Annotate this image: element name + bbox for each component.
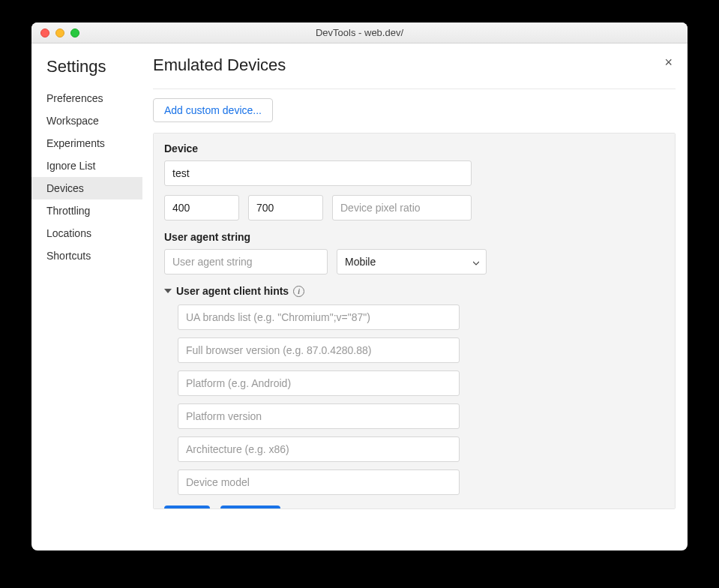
- sidebar-item-locations[interactable]: Locations: [43, 222, 141, 244]
- settings-content: × Settings Preferences Workspace Experim…: [31, 44, 688, 550]
- client-hints-toggle[interactable]: User agent client hints i: [164, 285, 661, 297]
- settings-main: Emulated Devices Add custom device... De…: [141, 56, 676, 550]
- settings-sidebar: Settings Preferences Workspace Experimen…: [43, 56, 141, 550]
- device-section-label: Device: [164, 142, 661, 154]
- window-close-button[interactable]: [40, 28, 49, 38]
- platform-input[interactable]: [178, 370, 460, 396]
- sidebar-item-workspace[interactable]: Workspace: [43, 110, 141, 132]
- window-title: DevTools - web.dev/: [31, 27, 688, 38]
- traffic-lights: [40, 28, 79, 38]
- user-agent-input[interactable]: [164, 249, 328, 274]
- platform-version-input[interactable]: [178, 404, 460, 429]
- device-editor-panel: Device User agent string Mobile: [153, 133, 676, 509]
- add-button[interactable]: Add: [164, 506, 210, 509]
- sidebar-item-throttling[interactable]: Throttling: [43, 200, 141, 222]
- window-zoom-button[interactable]: [70, 28, 79, 38]
- user-agent-type-select[interactable]: Mobile: [337, 249, 487, 274]
- sidebar-item-experiments[interactable]: Experiments: [43, 132, 141, 154]
- client-hints-fields: [164, 304, 460, 495]
- ua-brands-input[interactable]: [178, 304, 460, 330]
- sidebar-item-shortcuts[interactable]: Shortcuts: [43, 244, 141, 267]
- info-icon[interactable]: i: [293, 286, 304, 297]
- ua-section-label: User agent string: [164, 231, 661, 243]
- sidebar-item-preferences[interactable]: Preferences: [43, 87, 141, 110]
- close-settings-button[interactable]: ×: [664, 56, 673, 69]
- device-width-input[interactable]: [164, 195, 239, 220]
- cancel-button[interactable]: Cancel: [220, 506, 280, 509]
- settings-title: Settings: [43, 57, 141, 87]
- device-model-input[interactable]: [178, 470, 460, 495]
- architecture-input[interactable]: [178, 436, 460, 462]
- sidebar-item-devices[interactable]: Devices: [31, 177, 142, 200]
- device-height-input[interactable]: [248, 195, 323, 220]
- client-hints-label: User agent client hints: [176, 285, 289, 297]
- device-editor-actions: Add Cancel: [164, 506, 661, 509]
- add-custom-device-button[interactable]: Add custom device...: [153, 98, 273, 122]
- page-heading: Emulated Devices: [153, 56, 676, 89]
- sidebar-item-ignore-list[interactable]: Ignore List: [43, 154, 141, 177]
- device-name-input[interactable]: [164, 160, 472, 186]
- disclosure-triangle-icon: [164, 289, 172, 293]
- full-browser-version-input[interactable]: [178, 338, 460, 363]
- add-custom-row: Add custom device...: [153, 89, 676, 133]
- window-minimize-button[interactable]: [55, 28, 64, 38]
- devtools-window: DevTools - web.dev/ × Settings Preferenc…: [31, 22, 688, 550]
- titlebar: DevTools - web.dev/: [31, 22, 688, 44]
- device-pixel-ratio-input[interactable]: [332, 195, 472, 220]
